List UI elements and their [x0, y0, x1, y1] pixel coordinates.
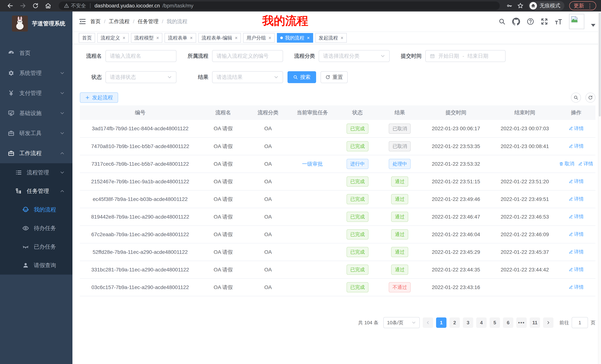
tab-process-form-edit[interactable]: 流程表单-编辑 ×	[198, 33, 241, 43]
next-page-button[interactable]	[543, 317, 553, 328]
sidebar-item-leave-query[interactable]: 请假查询	[0, 256, 72, 275]
sidebar-item-process-mgmt[interactable]: 流程管理	[0, 163, 72, 182]
chevron-down-icon	[411, 320, 416, 325]
close-icon[interactable]: ×	[123, 35, 125, 41]
tab-user-group[interactable]: 用户分组 ×	[243, 33, 274, 43]
tab-home[interactable]: 首页	[79, 33, 95, 43]
start-date-placeholder: 开始日期	[438, 52, 459, 59]
monitor-icon	[8, 110, 14, 116]
fullscreen-icon[interactable]	[541, 18, 548, 25]
close-icon[interactable]: ×	[235, 35, 238, 41]
browser-menu-icon[interactable]: ⋮	[587, 3, 593, 9]
edit-icon	[569, 126, 573, 131]
result-badge: 处理中	[389, 159, 411, 169]
page-button-3[interactable]: 3	[463, 317, 473, 328]
result-badge: 通过	[391, 229, 408, 239]
window-scrollbar[interactable]	[598, 11, 601, 364]
cell-operations: 详情	[557, 137, 595, 155]
list-icon	[15, 169, 22, 176]
security-warning[interactable]: 不安全	[64, 2, 86, 9]
detail-link[interactable]: 详情	[569, 266, 584, 273]
cell-submit-time: 2022-01-22 23:43:16	[419, 278, 493, 296]
goto-page-input[interactable]	[572, 317, 588, 328]
browser-home-button[interactable]	[43, 2, 53, 10]
font-size-icon[interactable]	[555, 18, 562, 25]
help-icon[interactable]	[527, 18, 534, 25]
breadcrumb-item: 我的流程	[167, 18, 187, 25]
close-icon[interactable]: ×	[307, 35, 310, 41]
current-task-link[interactable]: 一级审批	[302, 161, 323, 167]
scrollbar-thumb[interactable]	[599, 13, 601, 116]
close-icon[interactable]: ×	[190, 35, 193, 41]
browser-update-button[interactable]: 更新 ⋮	[569, 1, 596, 10]
sidebar-item-task-mgmt[interactable]: 任务管理	[0, 182, 72, 200]
tab-my-process[interactable]: 我的流程 ×	[277, 33, 313, 43]
page-size-select[interactable]: 10条/页	[383, 317, 420, 328]
sidebar-item-workflow[interactable]: 工作流程	[0, 143, 72, 163]
logo-row[interactable]: 芋道管理系统	[0, 11, 72, 36]
browser-refresh-button[interactable]	[30, 2, 41, 10]
detail-link[interactable]: 详情	[569, 143, 584, 149]
reset-button[interactable]: 重置	[321, 71, 348, 83]
detail-link[interactable]: 详情	[569, 125, 584, 132]
close-icon[interactable]: ×	[341, 35, 343, 41]
page-button-4[interactable]: 4	[476, 317, 487, 328]
sidebar-item-payment[interactable]: 支付管理	[0, 83, 72, 103]
search-icon[interactable]	[499, 18, 506, 25]
browser-back-button[interactable]	[5, 2, 16, 10]
sidebar-item-system[interactable]: 系统管理	[0, 63, 72, 83]
sidebar-item-devtools[interactable]: 研发工具	[0, 123, 72, 143]
result-select[interactable]: 请选流结果	[212, 71, 283, 83]
user-icon	[22, 262, 29, 269]
address-bar[interactable]: 不安全 dashboard.yudao.iocoder.cn/bpm/task/…	[59, 1, 500, 10]
page-button-5[interactable]: 5	[490, 317, 500, 328]
column-header: 流程分类	[246, 105, 290, 120]
sidebar-item-done-tasks[interactable]: 已办任务	[0, 238, 72, 256]
process-name-input[interactable]	[105, 50, 176, 62]
refresh-table-button[interactable]	[585, 93, 595, 103]
sidebar-item-home[interactable]: 首页	[0, 43, 72, 63]
detail-link[interactable]: 详情	[569, 178, 584, 185]
search-button[interactable]: 搜索	[288, 71, 316, 83]
breadcrumb-item[interactable]: 工作流程	[109, 18, 130, 25]
owner-process-input[interactable]	[212, 50, 283, 62]
detail-link[interactable]: 详情	[569, 231, 584, 238]
cancel-link[interactable]: 取消	[559, 161, 574, 167]
tab-process-definition[interactable]: 流程定义 ×	[97, 33, 129, 43]
breadcrumb-item[interactable]: 首页	[90, 18, 101, 25]
detail-link[interactable]: 详情	[578, 161, 593, 167]
close-icon[interactable]: ×	[268, 35, 271, 41]
sidebar-item-infrastructure[interactable]: 基础设施	[0, 103, 72, 123]
status-select[interactable]: 请选择状态	[105, 71, 176, 83]
prev-page-button[interactable]	[423, 317, 433, 328]
pages-more-button[interactable]: •••	[516, 317, 527, 328]
toggle-search-button[interactable]	[571, 93, 581, 103]
breadcrumb-item[interactable]: 任务管理	[138, 18, 159, 25]
tab-process-model[interactable]: 流程模型 ×	[131, 33, 162, 43]
sidebar-fold-icon[interactable]	[78, 17, 87, 26]
bookmark-star-icon[interactable]	[517, 3, 523, 9]
github-icon[interactable]	[512, 18, 520, 25]
detail-link[interactable]: 详情	[569, 196, 584, 202]
sidebar-item-todo-tasks[interactable]: 待办任务	[0, 219, 72, 238]
tab-process-form[interactable]: 流程表单 ×	[165, 33, 196, 43]
avatar[interactable]	[569, 14, 584, 29]
tab-start-process[interactable]: 发起流程 ×	[315, 33, 347, 43]
detail-link[interactable]: 详情	[569, 213, 584, 220]
category-select[interactable]: 请选择流程分类	[319, 50, 390, 62]
tab-label: 流程模型	[134, 35, 154, 41]
avatar-caret-icon[interactable]	[591, 24, 595, 27]
browser-forward-button[interactable]	[18, 2, 28, 10]
detail-link[interactable]: 详情	[569, 249, 584, 255]
page-button-1[interactable]: 1	[436, 317, 446, 328]
cell-process-name: OA 请假	[200, 278, 246, 296]
page-button-6[interactable]: 6	[503, 317, 513, 328]
close-icon[interactable]: ×	[156, 35, 159, 41]
submit-time-range-picker[interactable]: 开始日期 - 结束日期	[425, 50, 506, 62]
start-process-button[interactable]: 发起流程	[80, 92, 118, 103]
detail-link[interactable]: 详情	[569, 284, 584, 290]
key-icon[interactable]	[506, 3, 512, 9]
sidebar-item-my-process[interactable]: 我的流程	[0, 200, 72, 219]
page-button-2[interactable]: 2	[450, 317, 460, 328]
page-button-11[interactable]: 11	[530, 317, 540, 328]
